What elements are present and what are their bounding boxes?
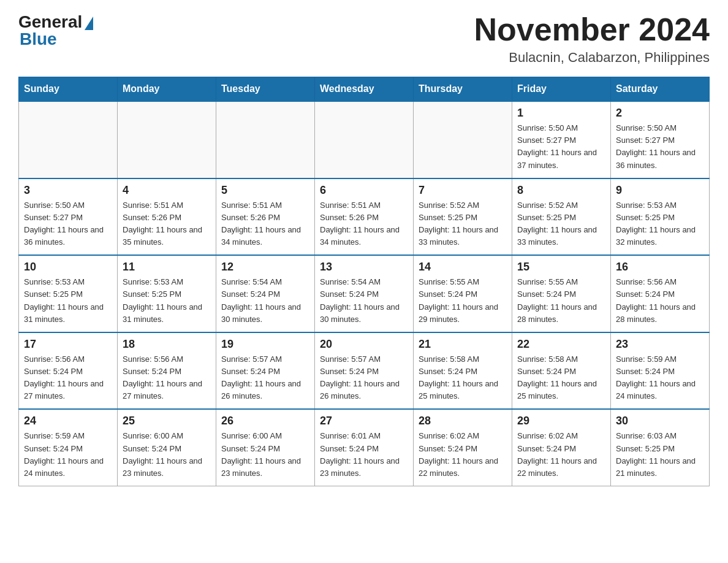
calendar-cell: 10Sunrise: 5:53 AMSunset: 5:25 PMDayligh… — [19, 255, 118, 332]
day-info: Sunrise: 5:50 AMSunset: 5:27 PMDaylight:… — [616, 122, 704, 172]
calendar-cell: 24Sunrise: 5:59 AMSunset: 5:24 PMDayligh… — [19, 409, 118, 486]
day-number: 21 — [419, 338, 507, 351]
day-number: 18 — [123, 338, 211, 351]
page-header: General Blue November 2024 Bulacnin, Cal… — [18, 12, 710, 66]
calendar-cell: 3Sunrise: 5:50 AMSunset: 5:27 PMDaylight… — [19, 178, 118, 256]
logo-blue-text: Blue — [20, 29, 57, 49]
day-of-week-header: Saturday — [611, 77, 710, 102]
day-info: Sunrise: 6:00 AMSunset: 5:24 PMDaylight:… — [123, 430, 211, 480]
calendar-body: 1Sunrise: 5:50 AMSunset: 5:27 PMDaylight… — [19, 101, 710, 486]
calendar-cell: 14Sunrise: 5:55 AMSunset: 5:24 PMDayligh… — [414, 255, 512, 332]
calendar-cell: 1Sunrise: 5:50 AMSunset: 5:27 PMDaylight… — [512, 101, 611, 178]
day-number: 19 — [221, 338, 309, 351]
day-number: 24 — [24, 415, 112, 427]
day-info: Sunrise: 5:50 AMSunset: 5:27 PMDaylight:… — [24, 199, 112, 249]
day-number: 27 — [320, 415, 408, 427]
day-of-week-header: Wednesday — [315, 77, 414, 102]
day-info: Sunrise: 5:52 AMSunset: 5:25 PMDaylight:… — [419, 199, 507, 249]
logo-triangle-icon — [85, 17, 93, 30]
day-info: Sunrise: 6:02 AMSunset: 5:24 PMDaylight:… — [517, 430, 605, 480]
calendar-cell: 30Sunrise: 6:03 AMSunset: 5:25 PMDayligh… — [611, 409, 710, 486]
day-info: Sunrise: 6:03 AMSunset: 5:25 PMDaylight:… — [616, 430, 704, 480]
calendar-header: SundayMondayTuesdayWednesdayThursdayFrid… — [19, 77, 710, 102]
day-info: Sunrise: 5:54 AMSunset: 5:24 PMDaylight:… — [320, 276, 408, 326]
day-info: Sunrise: 5:56 AMSunset: 5:24 PMDaylight:… — [24, 353, 112, 403]
day-number: 5 — [221, 184, 309, 197]
day-of-week-header: Sunday — [19, 77, 118, 102]
calendar-cell: 12Sunrise: 5:54 AMSunset: 5:24 PMDayligh… — [216, 255, 315, 332]
day-number: 13 — [320, 261, 408, 274]
calendar-cell: 21Sunrise: 5:58 AMSunset: 5:24 PMDayligh… — [414, 332, 512, 410]
day-number: 23 — [616, 338, 704, 351]
day-info: Sunrise: 6:01 AMSunset: 5:24 PMDaylight:… — [320, 430, 408, 480]
calendar-table: SundayMondayTuesdayWednesdayThursdayFrid… — [18, 77, 710, 486]
day-number: 29 — [517, 415, 605, 427]
day-number: 14 — [419, 261, 507, 274]
calendar-cell — [118, 101, 216, 178]
day-info: Sunrise: 5:58 AMSunset: 5:24 PMDaylight:… — [419, 353, 507, 403]
calendar-cell: 28Sunrise: 6:02 AMSunset: 5:24 PMDayligh… — [414, 409, 512, 486]
calendar-cell: 29Sunrise: 6:02 AMSunset: 5:24 PMDayligh… — [512, 409, 611, 486]
day-info: Sunrise: 5:57 AMSunset: 5:24 PMDaylight:… — [320, 353, 408, 403]
day-number: 22 — [517, 338, 605, 351]
calendar-week-row: 10Sunrise: 5:53 AMSunset: 5:25 PMDayligh… — [19, 255, 710, 332]
calendar-cell: 16Sunrise: 5:56 AMSunset: 5:24 PMDayligh… — [611, 255, 710, 332]
calendar-cell — [216, 101, 315, 178]
day-number: 9 — [616, 184, 704, 197]
day-number: 8 — [517, 184, 605, 197]
day-info: Sunrise: 6:00 AMSunset: 5:24 PMDaylight:… — [221, 430, 309, 480]
logo: General Blue — [18, 12, 93, 49]
calendar-week-row: 3Sunrise: 5:50 AMSunset: 5:27 PMDaylight… — [19, 178, 710, 256]
day-number: 16 — [616, 261, 704, 274]
calendar-cell — [414, 101, 512, 178]
calendar-cell: 18Sunrise: 5:56 AMSunset: 5:24 PMDayligh… — [118, 332, 216, 410]
day-info: Sunrise: 5:54 AMSunset: 5:24 PMDaylight:… — [221, 276, 309, 326]
day-info: Sunrise: 5:50 AMSunset: 5:27 PMDaylight:… — [517, 122, 605, 172]
calendar-cell: 13Sunrise: 5:54 AMSunset: 5:24 PMDayligh… — [315, 255, 414, 332]
day-info: Sunrise: 5:57 AMSunset: 5:24 PMDaylight:… — [221, 353, 309, 403]
location-subtitle: Bulacnin, Calabarzon, Philippines — [474, 50, 710, 66]
calendar-week-row: 24Sunrise: 5:59 AMSunset: 5:24 PMDayligh… — [19, 409, 710, 486]
day-info: Sunrise: 5:58 AMSunset: 5:24 PMDaylight:… — [517, 353, 605, 403]
calendar-cell: 4Sunrise: 5:51 AMSunset: 5:26 PMDaylight… — [118, 178, 216, 256]
day-of-week-header: Thursday — [414, 77, 512, 102]
day-info: Sunrise: 5:55 AMSunset: 5:24 PMDaylight:… — [517, 276, 605, 326]
calendar-cell: 20Sunrise: 5:57 AMSunset: 5:24 PMDayligh… — [315, 332, 414, 410]
day-number: 6 — [320, 184, 408, 197]
day-of-week-header: Monday — [118, 77, 216, 102]
day-info: Sunrise: 5:51 AMSunset: 5:26 PMDaylight:… — [123, 199, 211, 249]
days-of-week-row: SundayMondayTuesdayWednesdayThursdayFrid… — [19, 77, 710, 102]
calendar-cell: 7Sunrise: 5:52 AMSunset: 5:25 PMDaylight… — [414, 178, 512, 256]
title-block: November 2024 Bulacnin, Calabarzon, Phil… — [474, 12, 710, 66]
day-info: Sunrise: 5:53 AMSunset: 5:25 PMDaylight:… — [616, 199, 704, 249]
calendar-cell: 27Sunrise: 6:01 AMSunset: 5:24 PMDayligh… — [315, 409, 414, 486]
day-info: Sunrise: 5:51 AMSunset: 5:26 PMDaylight:… — [320, 199, 408, 249]
calendar-cell: 15Sunrise: 5:55 AMSunset: 5:24 PMDayligh… — [512, 255, 611, 332]
day-info: Sunrise: 5:52 AMSunset: 5:25 PMDaylight:… — [517, 199, 605, 249]
day-info: Sunrise: 5:56 AMSunset: 5:24 PMDaylight:… — [616, 276, 704, 326]
day-of-week-header: Tuesday — [216, 77, 315, 102]
day-number: 17 — [24, 338, 112, 351]
day-info: Sunrise: 6:02 AMSunset: 5:24 PMDaylight:… — [419, 430, 507, 480]
day-number: 11 — [123, 261, 211, 274]
day-number: 15 — [517, 261, 605, 274]
day-number: 12 — [221, 261, 309, 274]
day-info: Sunrise: 5:55 AMSunset: 5:24 PMDaylight:… — [419, 276, 507, 326]
day-number: 28 — [419, 415, 507, 427]
day-info: Sunrise: 5:51 AMSunset: 5:26 PMDaylight:… — [221, 199, 309, 249]
calendar-cell: 5Sunrise: 5:51 AMSunset: 5:26 PMDaylight… — [216, 178, 315, 256]
calendar-cell: 6Sunrise: 5:51 AMSunset: 5:26 PMDaylight… — [315, 178, 414, 256]
calendar-cell: 26Sunrise: 6:00 AMSunset: 5:24 PMDayligh… — [216, 409, 315, 486]
day-info: Sunrise: 5:56 AMSunset: 5:24 PMDaylight:… — [123, 353, 211, 403]
day-number: 3 — [24, 184, 112, 197]
day-number: 10 — [24, 261, 112, 274]
calendar-cell: 22Sunrise: 5:58 AMSunset: 5:24 PMDayligh… — [512, 332, 611, 410]
calendar-cell: 9Sunrise: 5:53 AMSunset: 5:25 PMDaylight… — [611, 178, 710, 256]
day-number: 25 — [123, 415, 211, 427]
main-title: November 2024 — [474, 12, 710, 47]
day-info: Sunrise: 5:53 AMSunset: 5:25 PMDaylight:… — [24, 276, 112, 326]
day-number: 4 — [123, 184, 211, 197]
calendar-cell — [19, 101, 118, 178]
day-info: Sunrise: 5:53 AMSunset: 5:25 PMDaylight:… — [123, 276, 211, 326]
calendar-week-row: 1Sunrise: 5:50 AMSunset: 5:27 PMDaylight… — [19, 101, 710, 178]
